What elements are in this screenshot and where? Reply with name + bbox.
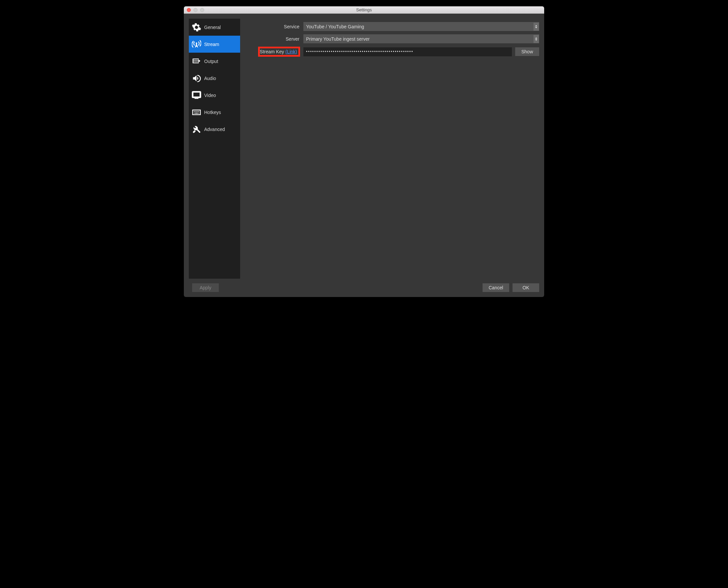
dialog-footer: Apply Cancel OK [189,279,539,292]
monitor-icon [192,90,201,100]
sidebar-item-label: Hotkeys [204,110,221,115]
show-button[interactable]: Show [515,47,539,56]
speaker-icon [192,74,201,83]
sidebar-item-label: Audio [204,76,216,81]
server-label: Server [243,36,303,42]
settings-content: Service YouTube / YouTube Gaming Server … [243,19,539,279]
server-value: Primary YouTube ingest server [306,36,370,42]
output-icon [192,56,201,66]
dropdown-stepper-icon [533,35,539,43]
apply-button[interactable]: Apply [192,284,219,292]
settings-sidebar: General Stream Output [189,19,240,279]
close-window-button[interactable] [187,8,191,12]
sidebar-item-label: Video [204,93,216,98]
gear-icon [192,22,201,32]
sidebar-item-hotkeys[interactable]: Hotkeys [189,104,240,121]
window-controls [187,8,204,12]
sidebar-item-label: Output [204,59,218,64]
sidebar-item-audio[interactable]: Audio [189,70,240,87]
service-value: YouTube / YouTube Gaming [306,24,364,29]
dropdown-stepper-icon [533,23,539,31]
service-row: Service YouTube / YouTube Gaming [243,22,539,31]
stream-key-label: Stream Key [260,49,284,54]
sidebar-item-label: Advanced [204,127,225,132]
sidebar-item-advanced[interactable]: Advanced [189,121,240,138]
tools-icon [192,124,201,134]
server-row: Server Primary YouTube ingest server [243,34,539,43]
antenna-icon [192,39,201,49]
stream-key-link[interactable]: (Link) [285,49,297,54]
stream-key-row: Stream Key (Link) ••••••••••••••••••••••… [243,47,539,57]
maximize-window-button[interactable] [200,8,204,12]
server-dropdown[interactable]: Primary YouTube ingest server [303,34,539,43]
sidebar-item-label: Stream [204,42,219,47]
sidebar-item-video[interactable]: Video [189,87,240,104]
stream-key-value: ••••••••••••••••••••••••••••••••••••••••… [306,49,413,54]
titlebar: Settings [184,6,544,14]
sidebar-item-label: General [204,25,221,30]
settings-window: Settings General Stream [184,6,544,297]
sidebar-item-general[interactable]: General [189,19,240,36]
ok-button[interactable]: OK [512,284,539,292]
sidebar-item-stream[interactable]: Stream [189,36,240,52]
stream-key-highlight: Stream Key (Link) [258,47,300,57]
stream-key-input[interactable]: ••••••••••••••••••••••••••••••••••••••••… [303,47,512,56]
keyboard-icon [192,107,201,117]
cancel-button[interactable]: Cancel [483,284,509,292]
service-dropdown[interactable]: YouTube / YouTube Gaming [303,22,539,31]
service-label: Service [243,24,303,29]
minimize-window-button[interactable] [194,8,198,12]
window-title: Settings [184,7,544,12]
sidebar-item-output[interactable]: Output [189,52,240,70]
